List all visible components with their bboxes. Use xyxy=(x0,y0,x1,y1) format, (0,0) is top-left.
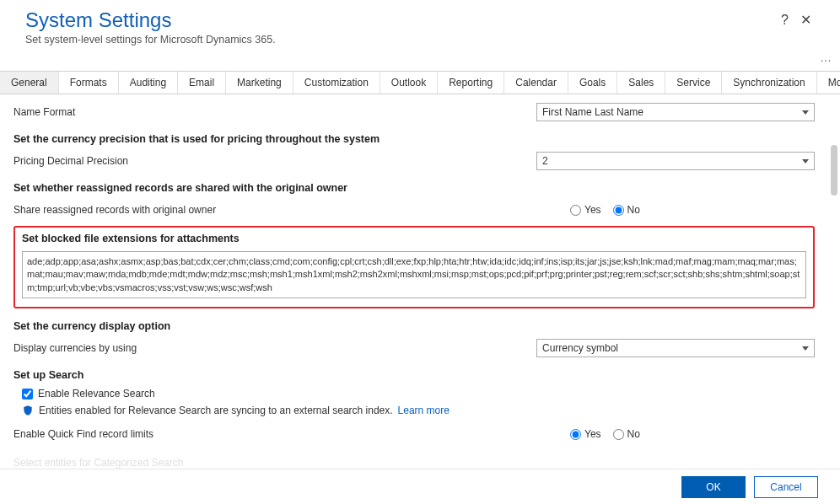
ok-button[interactable]: OK xyxy=(681,476,746,498)
dialog-footer: OK Cancel xyxy=(0,469,840,504)
share-reassigned-yes[interactable]: Yes xyxy=(570,204,601,216)
currency-display-row: Display currencies by using Currency sym… xyxy=(13,339,815,357)
tab-customization[interactable]: Customization xyxy=(293,72,380,94)
cutoff-row: Select entities for Categorized Search xyxy=(13,457,183,469)
header-text: System Settings Set system-level setting… xyxy=(25,8,781,46)
help-icon[interactable]: ? xyxy=(781,13,789,27)
quick-find-yes[interactable]: Yes xyxy=(570,428,601,440)
relevance-info-row: Entities enabled for Relevance Search ar… xyxy=(22,405,815,416)
more-options-icon[interactable]: … xyxy=(0,51,840,59)
currency-display-label: Display currencies by using xyxy=(13,342,536,354)
tab-calendar[interactable]: Calendar xyxy=(504,72,568,94)
search-heading: Set up Search xyxy=(13,369,815,381)
relevance-info-text: Entities enabled for Relevance Search ar… xyxy=(39,405,393,416)
tab-marketing[interactable]: Marketing xyxy=(226,72,293,94)
tab-formats[interactable]: Formats xyxy=(59,72,119,94)
currency-display-heading: Set the currency display option xyxy=(13,320,815,332)
reassigned-heading: Set whether reassigned records are share… xyxy=(13,182,815,194)
tab-service[interactable]: Service xyxy=(665,72,722,94)
scrollbar-thumb[interactable] xyxy=(831,145,837,196)
cancel-button[interactable]: Cancel xyxy=(754,476,818,498)
share-reassigned-row: Share reassigned records with original o… xyxy=(13,201,815,219)
currency-display-select[interactable]: Currency symbol xyxy=(536,339,815,357)
radio-label-no: No xyxy=(627,204,640,216)
close-icon[interactable]: ✕ xyxy=(800,13,811,27)
enable-relevance-label: Enable Relevance Search xyxy=(38,388,155,399)
radio-label-yes: Yes xyxy=(584,428,601,440)
content-wrap: Name Format First Name Last Name Set the… xyxy=(0,94,840,469)
system-settings-dialog: System Settings Set system-level setting… xyxy=(0,0,840,504)
tab-strip: General Formats Auditing Email Marketing… xyxy=(0,71,840,94)
tab-synchronization[interactable]: Synchronization xyxy=(722,72,816,94)
quick-find-no[interactable]: No xyxy=(613,428,640,440)
share-reassigned-label: Share reassigned records with original o… xyxy=(13,204,570,216)
share-reassigned-no[interactable]: No xyxy=(613,204,640,216)
quick-find-row: Enable Quick Find record limits Yes No xyxy=(13,425,815,443)
quick-find-label: Enable Quick Find record limits xyxy=(13,428,570,440)
enable-relevance-checkbox[interactable] xyxy=(22,389,33,399)
header-controls: ? ✕ xyxy=(781,8,815,27)
tab-mobile-client[interactable]: Mobile Client xyxy=(817,72,840,94)
page-title: System Settings xyxy=(25,8,781,32)
blocked-extensions-input[interactable]: ade;adp;app;asa;ashx;asmx;asp;bas;bat;cd… xyxy=(22,251,806,298)
pricing-precision-row: Pricing Decimal Precision 2 xyxy=(13,152,815,170)
radio-label-yes: Yes xyxy=(584,204,601,216)
tab-reporting[interactable]: Reporting xyxy=(438,72,504,94)
blocked-extensions-heading: Set blocked file extensions for attachme… xyxy=(22,233,806,244)
shield-icon xyxy=(22,405,34,416)
tab-general[interactable]: General xyxy=(0,72,59,94)
settings-body: Name Format First Name Last Name Set the… xyxy=(0,94,828,469)
dialog-header: System Settings Set system-level setting… xyxy=(0,0,840,51)
radio-label-no: No xyxy=(627,428,640,440)
pricing-precision-label: Pricing Decimal Precision xyxy=(13,155,536,167)
page-subtitle: Set system-level settings for Microsoft … xyxy=(25,34,781,46)
learn-more-link[interactable]: Learn more xyxy=(398,405,450,416)
tab-goals[interactable]: Goals xyxy=(568,72,617,94)
blocked-extensions-section: Set blocked file extensions for attachme… xyxy=(13,226,815,308)
share-reassigned-radios: Yes No xyxy=(570,204,815,216)
tab-auditing[interactable]: Auditing xyxy=(119,72,178,94)
name-format-row: Name Format First Name Last Name xyxy=(13,103,815,121)
vertical-scrollbar[interactable] xyxy=(828,94,840,469)
tab-email[interactable]: Email xyxy=(178,72,226,94)
pricing-precision-select[interactable]: 2 xyxy=(536,152,815,170)
currency-precision-heading: Set the currency precision that is used … xyxy=(13,133,815,145)
name-format-label: Name Format xyxy=(13,106,536,118)
enable-relevance-row[interactable]: Enable Relevance Search xyxy=(22,388,815,399)
tab-sales[interactable]: Sales xyxy=(617,72,665,94)
name-format-select[interactable]: First Name Last Name xyxy=(536,103,815,121)
tab-outlook[interactable]: Outlook xyxy=(380,72,438,94)
quick-find-radios: Yes No xyxy=(570,428,815,440)
